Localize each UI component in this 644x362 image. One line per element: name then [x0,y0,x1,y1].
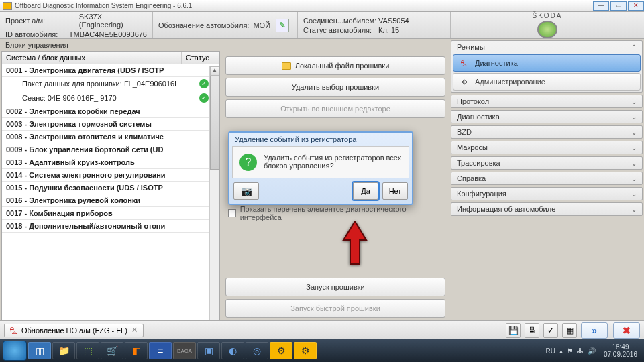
tray-flag-icon[interactable]: ⚑ [567,347,573,355]
table-row[interactable]: 0014 - Система электронного регулировани [2,169,219,182]
start-button[interactable] [3,341,27,361]
print-icon[interactable]: 🖶 [525,323,539,338]
control-unit-tree: Система / блок данных Статус 0001 - Элек… [1,51,220,320]
status-value: Кл. 15 [378,26,399,34]
chevron-down-icon: ⌄ [631,129,637,136]
table-row[interactable]: 0015 - Подушки безопасности (UDS / ISOTP [2,182,219,194]
car-icon: ⛍ [10,326,17,335]
mode-diagnostics[interactable]: ⛍Диагностика [453,54,641,72]
show-elements-label: Показать перечень элементов диагностичес… [240,205,443,221]
yes-button[interactable]: Да [353,182,378,200]
confirm-dialog: Удаление событий из регистратора ? Удали… [228,131,413,205]
table-row[interactable]: Пакет данных для прошивки: FL_04E906016I… [2,77,219,91]
taskbar-app-icon[interactable]: ◐ [221,342,244,359]
maximize-button[interactable]: ▭ [610,1,627,11]
taskbar-app-icon[interactable]: ⚙ [270,342,292,359]
app-icon [3,2,12,10]
vehinfo-panel[interactable]: Информация об автомобиле⌄ [451,203,642,215]
taskbar-app-icon[interactable]: ▣ [197,342,220,359]
modes-panel-header[interactable]: Режимы⌃ [451,41,642,53]
left-panel-header: Блоки управления [0,39,221,51]
tray-up-icon[interactable]: ▴ [559,347,563,355]
close-button[interactable]: ✕ [628,1,644,11]
close-tab-icon[interactable]: ✕ [131,326,138,335]
table-row[interactable]: Сеанс: 04E 906 016F_ 9170✓ [2,91,219,105]
table-row[interactable]: 0001 - Электроника двигателя (UDS / ISOT… [2,64,219,77]
chevron-down-icon: ⌄ [631,190,637,198]
table-row[interactable]: 0018 - Дополнительный/автономный отопи [2,220,219,233]
clear-firmware-button[interactable]: Удалить выбор прошивки [225,78,445,97]
config-panel[interactable]: Конфигурация⌄ [451,188,642,200]
dialog-text: Удалить события из регистраторов всех бл… [264,154,402,171]
brand-name: ŠKODA [532,12,562,19]
table-row[interactable]: 0013 - Адаптивный круиз-контроль [2,156,219,169]
calendar-icon[interactable]: ▦ [562,323,577,338]
taskbar-clock[interactable]: 18:49 07.09.2016 [600,343,641,358]
col-status[interactable]: Статус [182,52,219,64]
table-row[interactable]: 0017 - Комбинация приборов [2,207,219,220]
table-row[interactable]: 0009 - Блок управления бортовой сети (UD [2,143,219,156]
chevron-down-icon: ⌄ [631,113,637,121]
table-row[interactable]: 0016 - Электроника рулевой колонки [2,194,219,207]
table-row[interactable]: 0003 - Электроника тормозной системы [2,118,219,131]
chevron-down-icon: ⌄ [631,144,637,152]
taskbar-app-icon[interactable]: 🛒 [101,342,123,359]
quick-launch-button[interactable]: Запуск быстрой прошивки [225,299,445,318]
taskbar-app-icon[interactable]: ⬚ [76,342,99,359]
status-label: Статус автомобиля: [303,26,378,34]
diagnostics-panel[interactable]: Диагностика⌄ [451,111,642,123]
show-elements-checkbox[interactable] [228,209,236,217]
scroll-thumb[interactable] [210,76,219,170]
tray-network-icon[interactable]: 🖧 [577,347,584,355]
chevron-down-icon: ⌄ [631,98,637,105]
forward-button[interactable]: » [581,322,608,339]
minimize-button[interactable]: — [593,1,609,11]
taskbar-app-icon[interactable]: ▥ [28,342,51,359]
edit-icon[interactable]: ✎ [276,19,289,32]
folder-icon [282,62,291,70]
mode-admin[interactable]: ⚙Администрирование [453,73,641,90]
taskbar-app-icon[interactable]: ◎ [246,342,268,359]
window-titlebar: Offboard Diagnostic Information System E… [0,0,644,12]
open-external-button[interactable]: Открыть во внешнем редакторе [225,99,445,118]
lang-indicator[interactable]: RU [545,347,555,355]
table-row[interactable]: 0002 - Электроника коробки передач [2,105,219,118]
local-firmware-button[interactable]: Локальный файл прошивки [225,56,445,75]
taskbar-app-icon[interactable]: ⚙ [294,342,317,359]
conn-value: VAS5054 [378,17,409,25]
gear-icon: ⚙ [459,76,470,87]
check-list-icon[interactable]: ✓ [543,323,558,338]
bottom-bar: ⛍ Обновление ПО а/м (FZG - FL) ✕ 💾 🖶 ✓ ▦… [0,320,644,339]
taskbar-app-icon[interactable]: ◧ [125,342,148,359]
check-icon: ✓ [199,79,209,88]
brand-logo-icon [537,21,557,38]
dialog-title: Удаление событий из регистратора [229,133,412,146]
taskbar-app-icon[interactable]: BACA [173,342,196,359]
save-icon[interactable]: 💾 [506,323,521,338]
vertical-scrollbar[interactable]: ▲ [209,66,219,320]
launch-firmware-button[interactable]: Запуск прошивки [225,278,445,296]
chevron-down-icon: ⌄ [631,175,637,182]
tray-volume-icon[interactable]: 🔊 [588,347,596,355]
desig-label: Обозначение автомобиля: [158,21,249,29]
stop-button[interactable]: ✖ [613,322,640,339]
camera-icon: 📷 [241,186,252,196]
trace-panel[interactable]: Трассировка⌄ [451,157,642,169]
explorer-icon[interactable]: 📁 [52,342,75,359]
bzd-panel[interactable]: BZD⌄ [451,126,642,138]
bottom-tab[interactable]: ⛍ Обновление ПО а/м (FZG - FL) ✕ [4,324,144,337]
vehid-value: TMBAC4NE5E0093676 [69,30,147,38]
table-row[interactable]: 0008 - Электроника отопителя и климатиче [2,131,219,143]
screenshot-button[interactable]: 📷 [233,182,259,200]
taskbar-app-icon[interactable]: ≡ [149,342,172,359]
scroll-up-icon[interactable]: ▲ [210,66,219,76]
macros-panel[interactable]: Макросы⌄ [451,141,642,154]
protocol-panel[interactable]: Протокол⌄ [451,95,642,107]
help-panel[interactable]: Справка⌄ [451,172,642,184]
check-icon: ✓ [199,93,209,103]
car-icon: ⛍ [459,58,470,68]
col-system[interactable]: Система / блок данных [2,52,182,64]
chevron-up-icon: ⌃ [631,44,637,51]
no-button[interactable]: Нет [382,182,408,200]
chevron-down-icon: ⌄ [631,160,637,167]
